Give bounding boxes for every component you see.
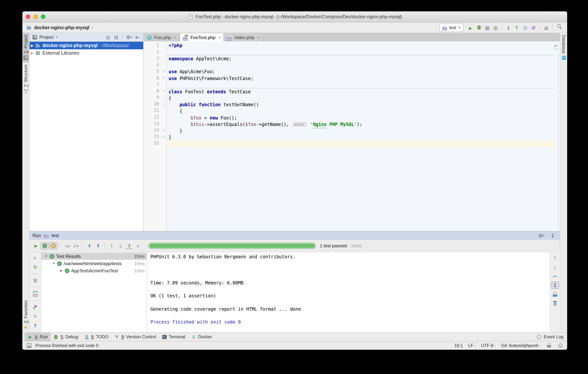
- chevron-down-icon[interactable]: ▼: [55, 35, 59, 39]
- rollback-button[interactable]: [529, 24, 538, 32]
- prev-message-button[interactable]: [551, 254, 559, 262]
- inspections-ok-icon[interactable]: [553, 43, 559, 49]
- gutter-line[interactable]: 6˄: [144, 75, 166, 81]
- profiler-button[interactable]: [491, 24, 500, 32]
- recent-changes-button[interactable]: [521, 24, 529, 32]
- breadcrumb-project[interactable]: docker-nginx-php-mysql: [34, 25, 89, 30]
- git-branch[interactable]: Git: feature/phpunit: [501, 343, 541, 348]
- gutter-line[interactable]: 15˄: [144, 133, 166, 140]
- next-occurrence-button[interactable]: [116, 242, 125, 250]
- collapse-all-button[interactable]: [94, 242, 102, 250]
- gutter-line[interactable]: 12: [144, 114, 166, 120]
- fold-marker-icon[interactable]: ˄: [161, 134, 166, 139]
- editor-code[interactable]: <?phpnamespace AppTest\Acme;use App\Acme…: [167, 41, 554, 231]
- sort-by-duration-toggle[interactable]: [72, 242, 80, 250]
- gutter-line[interactable]: 14˄: [144, 127, 166, 133]
- gutter-line[interactable]: 1: [144, 42, 166, 49]
- scroll-to-end-toggle[interactable]: [551, 281, 559, 289]
- vcs-update-button[interactable]: [504, 24, 513, 32]
- tool-window-button-debug[interactable]: 5: Debug: [50, 333, 81, 341]
- help-button[interactable]: [31, 322, 39, 330]
- settings-button[interactable]: [125, 33, 133, 41]
- sort-alphabetically-toggle[interactable]: [63, 242, 71, 250]
- expand-arrow-icon[interactable]: ▶: [30, 51, 35, 55]
- more-button[interactable]: [134, 242, 142, 250]
- rerun-failed-tests-button[interactable]: [31, 254, 39, 261]
- gutter-line[interactable]: 4: [144, 62, 166, 68]
- hide-panel-button[interactable]: [133, 33, 142, 41]
- tool-window-button-terminal[interactable]: Terminal: [158, 333, 188, 341]
- pin-tab-button[interactable]: [31, 303, 39, 311]
- gutter-line[interactable]: 9: [144, 94, 166, 101]
- close-tab-icon[interactable]: ✕: [218, 35, 221, 39]
- test-tree-item[interactable]: ▼/var/www/html/web/app/tests10ms: [41, 260, 147, 267]
- highlighting-level-button[interactable]: [557, 342, 563, 349]
- settings-button[interactable]: [537, 232, 546, 239]
- expand-arrow-icon[interactable]: ▶: [59, 269, 64, 272]
- gutter-line[interactable]: 5˅: [144, 68, 166, 75]
- editor-tab-footest-php[interactable]: FooTest.php✕: [179, 33, 224, 41]
- expand-all-button[interactable]: [85, 242, 94, 250]
- debug-button[interactable]: [475, 24, 483, 32]
- gutter-line[interactable]: 10˅: [144, 101, 166, 107]
- show-ignored-toggle[interactable]: [49, 242, 58, 250]
- vcs-commit-button[interactable]: [513, 24, 521, 32]
- soft-wrap-toggle[interactable]: [551, 272, 559, 280]
- fold-marker-icon[interactable]: ˅: [161, 69, 166, 74]
- test-history-button[interactable]: [125, 242, 133, 250]
- project-tree-item[interactable]: ▶External Libraries: [30, 49, 143, 57]
- previous-occurrence-button[interactable]: [108, 242, 116, 250]
- fold-marker-icon[interactable]: ˄: [161, 128, 166, 132]
- readonly-toggle[interactable]: [546, 342, 552, 349]
- show-passed-toggle[interactable]: [41, 242, 49, 250]
- fold-marker-icon[interactable]: ˅: [161, 102, 166, 106]
- tool-window-button-run[interactable]: 4: Run: [25, 333, 50, 341]
- project-tree-item[interactable]: ▶docker-nginx-php-mysql~/Workspace/: [30, 42, 143, 49]
- tool-window-button-todo[interactable]: 6: TODO: [81, 333, 111, 341]
- run-button[interactable]: [466, 25, 475, 32]
- gutter-line[interactable]: 2: [144, 49, 166, 55]
- run-with-coverage-button[interactable]: [483, 24, 491, 32]
- hide-panel-button[interactable]: [549, 232, 557, 239]
- gutter-line[interactable]: 11: [144, 107, 166, 114]
- close-tab-icon[interactable]: ✕: [257, 35, 260, 39]
- select-opened-file-button[interactable]: [104, 33, 112, 41]
- test-tree-item[interactable]: ▶AppTest\Acme\FooTest10ms: [41, 267, 147, 274]
- run-configuration-select[interactable]: test ▼: [439, 23, 463, 32]
- tool-window-button-docker[interactable]: Docker: [188, 333, 215, 341]
- clear-all-button[interactable]: [551, 300, 559, 307]
- editor-tab-foo-php[interactable]: Foo.php✕: [144, 33, 179, 41]
- gutter-line[interactable]: 3: [144, 55, 166, 62]
- close-button[interactable]: [31, 313, 39, 320]
- tool-window-button-favorites[interactable]: 2: Favorites: [22, 298, 29, 332]
- line-separator[interactable]: LF: [468, 343, 476, 348]
- tool-window-button-database[interactable]: Database: [560, 33, 567, 63]
- print-button[interactable]: [551, 291, 559, 298]
- expand-arrow-icon[interactable]: ▼: [51, 262, 56, 265]
- toggle-auto-test-button[interactable]: [31, 263, 39, 271]
- test-tree-item[interactable]: ▼Test Results10ms: [41, 253, 147, 260]
- preview-layout-button[interactable]: [31, 290, 39, 297]
- editor-tab-index-php[interactable]: index.php✕: [224, 33, 263, 41]
- breadcrumb[interactable]: docker-nginx-php-mysql ›: [26, 24, 93, 31]
- fold-marker-icon[interactable]: ˅: [161, 89, 166, 93]
- fold-marker-icon[interactable]: ˄: [161, 76, 166, 80]
- expand-arrow-icon[interactable]: ▶: [30, 44, 35, 47]
- collapse-all-button[interactable]: [112, 33, 120, 41]
- expand-arrow-icon[interactable]: ▼: [43, 254, 49, 258]
- next-message-button[interactable]: [551, 263, 559, 271]
- console-output[interactable]: PHPUnit 6.3.0 by Sebastian Bergmann and …: [147, 252, 550, 332]
- code-editor[interactable]: 12345˅6˄78˅910˅11121314˄15˄16 <?phpnames…: [144, 41, 560, 231]
- caret-position[interactable]: 16:1: [454, 343, 463, 348]
- rerun-button[interactable]: [32, 242, 40, 250]
- tool-window-button-structure[interactable]: 7: Structure: [22, 62, 29, 96]
- gutter-line[interactable]: 16: [144, 140, 166, 146]
- event-log-button[interactable]: Event Log: [536, 334, 565, 340]
- close-tab-icon[interactable]: ✕: [174, 35, 176, 39]
- gutter-line[interactable]: 13: [144, 121, 166, 127]
- file-encoding[interactable]: UTF-8: [481, 343, 496, 348]
- tool-window-button-version-control[interactable]: 9: Version Control: [111, 333, 158, 341]
- gutter-line[interactable]: 7: [144, 81, 166, 88]
- tool-window-toggle-icon[interactable]: [26, 342, 32, 349]
- gutter-line[interactable]: 8˅: [144, 88, 166, 94]
